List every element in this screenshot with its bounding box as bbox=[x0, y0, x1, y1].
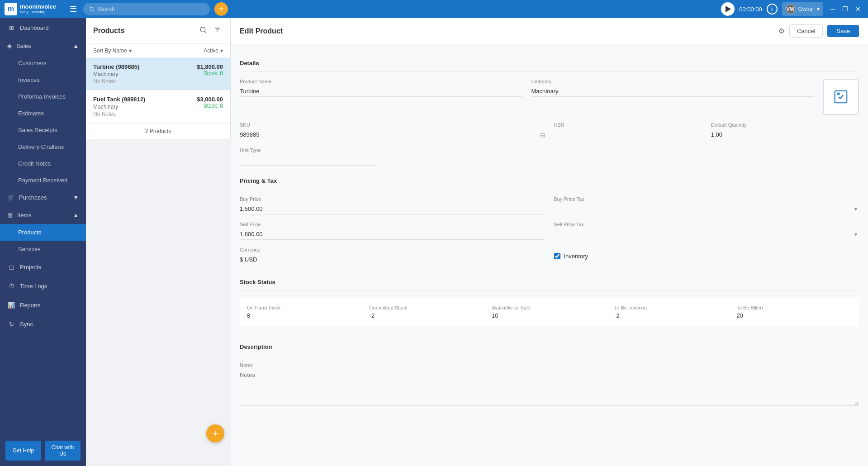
stock-on-hand: On Hand Stock 8 bbox=[247, 305, 362, 319]
inventory-checkbox[interactable] bbox=[554, 253, 560, 259]
sidebar-label-projects: Projects bbox=[20, 264, 79, 271]
product-item-turbine[interactable]: Turbine (989885) $1,800.00 Machinary Sto… bbox=[86, 58, 230, 90]
sidebar-item-products[interactable]: Products bbox=[0, 224, 86, 241]
sku-input[interactable] bbox=[240, 129, 536, 140]
product-stock-fuel-tank: Stock: 8 bbox=[204, 103, 223, 110]
pricing-section-title: Pricing & Tax bbox=[240, 171, 859, 189]
owner-avatar: VW bbox=[786, 4, 796, 14]
sidebar-item-services[interactable]: Services bbox=[0, 241, 86, 257]
hsn-label: HSN bbox=[554, 122, 702, 128]
sidebar-item-reports[interactable]: 📊 Reports bbox=[0, 295, 86, 314]
filter-chevron-icon: ▾ bbox=[220, 48, 223, 54]
owner-button[interactable]: VW Owner ▾ bbox=[782, 2, 823, 16]
chat-button[interactable]: Chat with Us bbox=[45, 441, 81, 461]
product-notes-fuel-tank: No Notes bbox=[93, 111, 223, 117]
sell-price-input[interactable] bbox=[240, 229, 545, 240]
product-item-fuel-tank[interactable]: Fuel Tank (989812) $3,000.00 Machinary S… bbox=[86, 90, 230, 123]
stock-grid: On Hand Stock 8 Committed Stock -2 Avail… bbox=[240, 298, 859, 326]
available-label: Available for Sale bbox=[492, 305, 607, 310]
app-tagline: easy invoicing bbox=[20, 10, 56, 14]
currency-input[interactable] bbox=[240, 254, 545, 265]
sidebar-item-invoices[interactable]: Invoices bbox=[0, 71, 86, 88]
main-layout: ⊞ Dashboard ◈ Sales ▲ Customers Invoices… bbox=[0, 18, 868, 466]
sort-chevron-icon: ▾ bbox=[129, 48, 132, 54]
play-button[interactable] bbox=[721, 2, 735, 16]
search-bar bbox=[83, 3, 210, 15]
get-help-button[interactable]: Get Help bbox=[5, 441, 41, 461]
committed-label: Committed Stock bbox=[370, 305, 485, 310]
barcode-icon[interactable]: ⊟ bbox=[540, 132, 545, 138]
sidebar-item-estimates[interactable]: Estimates bbox=[0, 105, 86, 122]
inventory-label[interactable]: Inventory bbox=[564, 253, 588, 260]
close-button[interactable]: ✕ bbox=[853, 5, 863, 14]
notes-textarea[interactable] bbox=[240, 370, 859, 406]
settings-button[interactable]: ⚙ bbox=[778, 27, 785, 35]
currency-inventory-row: Currency Inventory bbox=[240, 247, 859, 265]
minimize-button[interactable]: ─ bbox=[828, 5, 838, 14]
time-logs-icon: ⏱ bbox=[7, 282, 15, 290]
buy-price-input[interactable] bbox=[240, 204, 545, 214]
search-products-button[interactable] bbox=[198, 24, 209, 37]
sidebar-item-sync[interactable]: ↻ Sync bbox=[0, 314, 86, 333]
sidebar-label-items: Items bbox=[17, 212, 32, 219]
stock-section-title: Stock Status bbox=[240, 272, 859, 290]
sidebar-section-sales[interactable]: ◈ Sales ▲ bbox=[0, 37, 86, 55]
restore-button[interactable]: ❐ bbox=[840, 5, 851, 14]
product-stock-turbine: Stock: 8 bbox=[204, 70, 223, 77]
stock-to-be-billed: To Be Billed 20 bbox=[736, 305, 852, 319]
purchases-chevron: ▼ bbox=[73, 194, 79, 201]
details-section-title: Details bbox=[240, 53, 859, 71]
search-icon bbox=[89, 6, 95, 12]
sidebar-label-proforma: Proforma Invoices bbox=[18, 93, 66, 100]
products-count: 2 Products bbox=[145, 128, 171, 134]
sku-field: SKU ⊟ bbox=[240, 122, 545, 140]
available-value: 10 bbox=[492, 312, 607, 319]
sidebar-item-payment-received[interactable]: Payment Received bbox=[0, 172, 86, 189]
committed-value: -2 bbox=[370, 312, 485, 319]
cancel-button[interactable]: Cancel bbox=[789, 24, 823, 38]
sidebar-item-credit-notes[interactable]: Credit Notes bbox=[0, 155, 86, 172]
search-input[interactable] bbox=[98, 6, 197, 12]
sidebar-label-reports: Reports bbox=[20, 302, 79, 309]
sidebar-item-customers[interactable]: Customers bbox=[0, 55, 86, 71]
sidebar-item-dashboard[interactable]: ⊞ Dashboard bbox=[0, 18, 86, 37]
hsn-input[interactable] bbox=[554, 129, 702, 140]
product-category-fuel-tank: Machinary bbox=[93, 104, 118, 110]
save-button[interactable]: Save bbox=[827, 25, 859, 37]
currency-field: Currency bbox=[240, 247, 545, 265]
items-icon: ▦ bbox=[7, 212, 13, 219]
sidebar-item-time-logs[interactable]: ⏱ Time Logs bbox=[0, 276, 86, 295]
default-qty-input[interactable] bbox=[711, 129, 859, 140]
add-product-fab-button[interactable]: + bbox=[206, 424, 224, 442]
category-input[interactable] bbox=[531, 86, 814, 97]
sync-icon: ↻ bbox=[7, 320, 15, 328]
sidebar: ⊞ Dashboard ◈ Sales ▲ Customers Invoices… bbox=[0, 18, 86, 466]
hsn-field: HSN bbox=[554, 122, 702, 140]
sku-label: SKU bbox=[240, 122, 545, 128]
sidebar-section-purchases[interactable]: 🛒 Purchases ▼ bbox=[0, 189, 86, 206]
sidebar-item-delivery-challans[interactable]: Delivery Challans bbox=[0, 138, 86, 155]
filter-products-button[interactable] bbox=[212, 24, 223, 37]
sidebar-label-sales-receipts: Sales Receipts bbox=[18, 127, 57, 133]
sidebar-section-items[interactable]: ▦ Items ▲ bbox=[0, 206, 86, 224]
sell-price-field: Sell Price bbox=[240, 222, 545, 240]
sort-button[interactable]: Sort By Name ▾ bbox=[93, 48, 132, 54]
to-be-billed-label: To Be Billed bbox=[736, 305, 852, 310]
buy-price-tax-label: Buy Price Tax bbox=[554, 196, 859, 202]
sidebar-item-proforma[interactable]: Proforma Invoices bbox=[0, 88, 86, 105]
sidebar-item-projects[interactable]: ◻ Projects bbox=[0, 257, 86, 276]
unit-type-row: Unit Type bbox=[240, 147, 859, 166]
active-filter-button[interactable]: Active ▾ bbox=[204, 48, 223, 54]
product-image-placeholder[interactable] bbox=[823, 79, 859, 115]
info-button[interactable]: i bbox=[767, 4, 778, 14]
sidebar-item-sales-receipts[interactable]: Sales Receipts bbox=[0, 122, 86, 138]
sidebar-label-sales: Sales bbox=[16, 43, 31, 49]
window-controls: ─ ❐ ✕ bbox=[828, 5, 863, 14]
unit-type-input[interactable] bbox=[240, 155, 375, 166]
items-chevron: ▲ bbox=[73, 212, 79, 219]
products-title: Products bbox=[93, 27, 124, 35]
hamburger-button[interactable]: ☰ bbox=[68, 2, 79, 16]
category-label: Category bbox=[531, 79, 814, 84]
global-add-button[interactable]: + bbox=[214, 2, 228, 16]
product-name-input[interactable] bbox=[240, 86, 522, 97]
